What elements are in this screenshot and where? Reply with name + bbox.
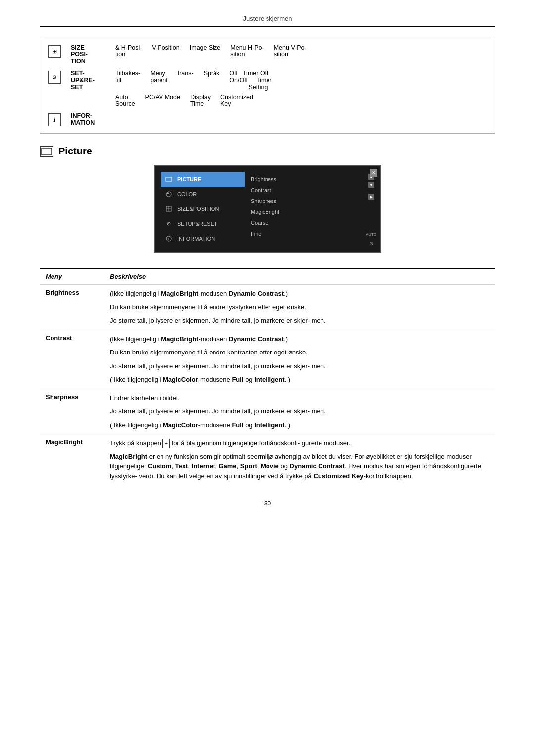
nav-vpos: V-Position — [152, 44, 179, 58]
info-icon: ℹ — [48, 113, 61, 126]
svg-rect-0 — [42, 148, 52, 155]
nav-auto-source: AutoSource — [115, 94, 135, 107]
nav-display-time: DisplayTime — [190, 94, 211, 107]
osd-picture-icon — [164, 175, 173, 184]
desc-magicbright-p1: Trykk på knappen + for å bla gjennom til… — [110, 438, 489, 448]
table-header-row: Meny Beskrivelse — [40, 268, 495, 285]
osd-menu-item-picture[interactable]: PICTURE — [160, 172, 245, 187]
osd-sub-magicbright[interactable]: MagicBright — [251, 206, 368, 217]
col1-header: Meny — [40, 268, 104, 285]
osd-info-icon: i — [164, 234, 173, 243]
page-header: Justere skjermen — [40, 15, 495, 27]
osd-menu-size-label: SIZE&POSITION — [177, 206, 219, 212]
svg-point-3 — [167, 192, 169, 194]
size-icon: ⊞ — [48, 45, 61, 58]
desc-brightness-p1: (Ikke tilgjengelig i MagicBright-modusen… — [110, 289, 489, 299]
osd-menu-picture-label: PICTURE — [177, 176, 201, 182]
nav-trans: trans- — [178, 70, 194, 91]
table-row-brightness: Brightness (Ikke tilgjengelig i MagicBri… — [40, 285, 495, 330]
osd-size-icon — [164, 204, 173, 213]
osd-menu-item-size[interactable]: SIZE&POSITION — [160, 202, 245, 216]
osd-sub-brightness[interactable]: Brightness — [251, 174, 368, 185]
svg-point-2 — [166, 192, 171, 197]
osd-menu-info-label: INFORMATION — [177, 236, 215, 242]
desc-brightness-p3: Jo større tall, jo lysere er skjermen. J… — [110, 316, 489, 326]
nav-size-label: SIZEPOSI-TION — [71, 44, 115, 65]
osd-setup-icon — [164, 219, 173, 228]
nav-sprak: Språk — [204, 70, 220, 91]
osd-menu-item-color[interactable]: COLOR — [160, 187, 245, 202]
osd-settings-icon: ⊙ — [369, 241, 373, 246]
osd-color-icon — [164, 190, 173, 199]
osd-auto-label: AUTO — [366, 232, 376, 237]
desc-contrast-p2: Du kan bruke skjermmenyene til å endre k… — [110, 348, 489, 357]
desc-contrast: (Ikke tilgjengelig i MagicBright-modusen… — [104, 330, 495, 389]
osd-sub-fine[interactable]: Fine — [251, 228, 368, 239]
picture-icon — [40, 146, 54, 157]
nav-info-label: INFOR-MATION — [71, 112, 487, 126]
osd-sub-contrast[interactable]: Contrast — [251, 185, 368, 196]
nav-pcav: PC/AV Mode — [145, 94, 180, 107]
svg-rect-1 — [166, 177, 172, 181]
nav-meny: Menyparent — [150, 70, 167, 91]
svg-point-8 — [168, 223, 169, 224]
osd-menu: PICTURE COLOR — [160, 172, 245, 246]
osd-scrollbar: ▲ ▼ ▶ AUTO ⊙ — [368, 172, 374, 246]
setup-icon: ⚙ — [48, 71, 61, 84]
menu-contrast: Contrast — [40, 330, 104, 389]
nav-tilbake: Tilbakes-till — [115, 70, 140, 91]
osd-screen: ✕ PICTURE COLOR — [154, 165, 381, 253]
table-row-magicbright: MagicBright Trykk på knappen + for å bla… — [40, 434, 495, 485]
table-row-contrast: Contrast (Ikke tilgjengelig i MagicBrigh… — [40, 330, 495, 389]
desc-contrast-p3: Jo større tall, jo lysere er skjermen. J… — [110, 361, 489, 371]
nav-menu-vpos: Menu V-Po-sition — [274, 44, 307, 58]
svg-text:i: i — [168, 237, 169, 241]
osd-close-button[interactable]: ✕ — [370, 169, 377, 177]
page-number: 30 — [40, 500, 495, 507]
nav-custom-key: CustomizedKey — [220, 94, 253, 107]
osd-menu-setup-label: SETUP&RESET — [177, 221, 217, 227]
osd-scroll-down[interactable]: ▼ — [368, 182, 374, 188]
desc-sharpness-p2: Jo større tall, jo lysere er skjermen. J… — [110, 406, 489, 416]
desc-sharpness-p1: Endrer klarheten i bildet. — [110, 393, 489, 403]
desc-magicbright: Trykk på knappen + for å bla gjennom til… — [104, 434, 495, 485]
menu-magicbright: MagicBright — [40, 434, 104, 485]
picture-title: Picture — [58, 146, 92, 157]
nav-imgsize: Image Size — [190, 44, 221, 58]
picture-section-heading: Picture — [40, 146, 495, 157]
menu-brightness: Brightness — [40, 285, 104, 330]
desc-magicbright-p2: MagicBright er en ny funksjon som gir op… — [110, 452, 489, 481]
col2-header: Beskrivelse — [104, 268, 495, 285]
desc-contrast-p1: (Ikke tilgjengelig i MagicBright-modusen… — [110, 334, 489, 344]
osd-menu-item-info[interactable]: i INFORMATION — [160, 231, 245, 246]
nav-table: ⊞ SIZEPOSI-TION & H-Posi-tion V-Position… — [40, 37, 495, 134]
menu-sharpness: Sharpness — [40, 389, 104, 434]
table-row-sharpness: Sharpness Endrer klarheten i bildet. Jo … — [40, 389, 495, 434]
nav-menu-hpos: Menu H-Po-sition — [230, 44, 264, 58]
header-title: Justere skjermen — [243, 15, 292, 22]
osd-submenu: Brightness Contrast Sharpness MagicBrigh… — [245, 172, 368, 246]
desc-brightness: (Ikke tilgjengelig i MagicBright-modusen… — [104, 285, 495, 330]
osd-menu-item-setup[interactable]: SETUP&RESET — [160, 216, 245, 231]
nav-off-timer: Off Timer OffOn/Off Timer Setting — [229, 70, 271, 91]
nav-hpos: & H-Posi-tion — [115, 44, 142, 58]
osd-scroll-play[interactable]: ▶ — [368, 194, 374, 200]
desc-sharpness-p3: ( Ikke tilgjengelig i MagicColor-modusen… — [110, 420, 489, 430]
osd-container: ✕ PICTURE COLOR — [40, 165, 495, 253]
osd-menu-color-label: COLOR — [177, 191, 197, 197]
osd-sub-coarse[interactable]: Coarse — [251, 217, 368, 228]
desc-sharpness: Endrer klarheten i bildet. Jo større tal… — [104, 389, 495, 434]
desc-brightness-p2: Du kan bruke skjermmenyene til å endre l… — [110, 302, 489, 312]
osd-sub-sharpness[interactable]: Sharpness — [251, 196, 368, 206]
nav-setup-label: SET-UP&RE-SET — [71, 70, 115, 91]
description-table: Meny Beskrivelse Brightness (Ikke tilgje… — [40, 268, 495, 485]
desc-contrast-p4: ( Ikke tilgjengelig i MagicColor-modusen… — [110, 375, 489, 385]
